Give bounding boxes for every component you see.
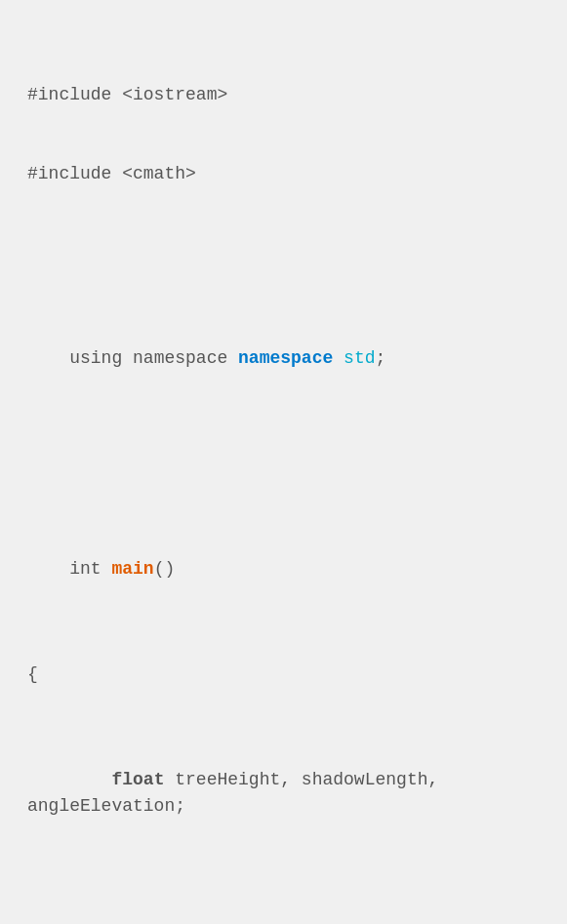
std-keyword: std — [344, 348, 375, 368]
include2-text: #include <cmath> — [27, 164, 196, 183]
line-cout1: cout << "Enter the length of shadow: "; — [27, 899, 540, 924]
line-include2: #include <cmath> — [27, 161, 540, 187]
code-editor: #include <iostream> #include <cmath> usi… — [27, 29, 540, 924]
spacer2 — [27, 451, 540, 477]
int-keyword: int — [69, 559, 111, 579]
brace-open: { — [27, 664, 38, 684]
spacer1 — [27, 240, 540, 266]
using-keyword: using namespace — [69, 348, 238, 368]
line-using: using namespace namespace std; — [27, 319, 540, 398]
line-float: float treeHeight, shadowLength, angleEle… — [27, 741, 540, 846]
line-include1: #include <iostream> — [27, 82, 540, 108]
float-keyword: float — [69, 770, 164, 789]
line-int-main: int main() — [27, 530, 540, 609]
main-parens: () — [154, 559, 176, 579]
line-brace-open: { — [27, 662, 540, 688]
main-keyword: main — [111, 559, 153, 579]
namespace-keyword: namespace — [238, 348, 333, 368]
semicolon1: ; — [375, 348, 385, 368]
include1-text: #include <iostream> — [27, 85, 227, 104]
